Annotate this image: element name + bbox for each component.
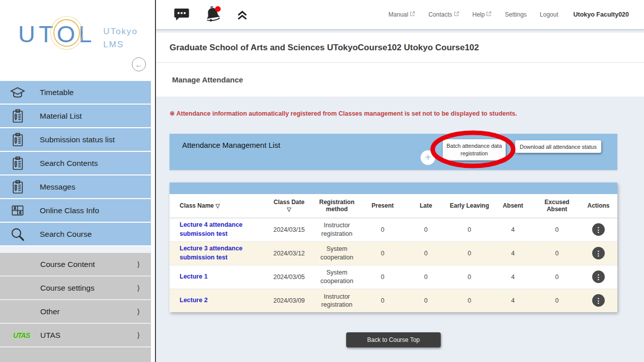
sidebar-item-utas[interactable]: UTASUTAS⟩ [0,324,151,347]
sidebar-item-search-contents[interactable]: Search Contents [0,152,151,175]
cell-present: 0 [361,241,405,265]
sidebar-item-search-course[interactable]: Search Course [0,223,151,246]
cell-absent: 4 [492,241,534,265]
column-header-early-leaving: Early Leaving [447,194,492,218]
column-header-excused-absent: Excused Absent [534,194,580,218]
course-title-bar: Graduate School of Arts and Sciences UTo… [156,33,644,63]
back-to-course-top-button[interactable]: Back to Course Top [346,332,441,347]
utol-logo-ring-o: O [57,22,79,46]
chevron-right-icon: ⟩ [137,284,140,293]
row-actions-kebab-button[interactable]: ⋮ [592,223,605,236]
sidebar-item-submission-status-list[interactable]: Submission status list [0,128,151,152]
sidebar-item-online-class-info[interactable]: Online Class Info [0,199,151,223]
topbar-link-help[interactable]: Help [472,11,492,18]
cell-class-name: Lecture 1 [170,265,265,289]
chevron-right-icon: ⟩ [137,307,140,316]
cell-late: 0 [405,289,447,312]
attendance-notice: ※ Attendance information automatically r… [170,110,644,117]
table-header-row: Class Name ▽Class Date▽Registration meth… [170,194,617,218]
sort-descending-icon[interactable]: ▽ [287,206,291,212]
topbar-icons [173,6,249,24]
row-actions-kebab-button[interactable]: ⋮ [592,270,605,283]
sidebar-item-label: Material List [40,112,82,121]
search-icon [9,225,27,243]
column-header-label: Excused Absent [544,199,569,213]
sidebar-item-label: Search Contents [40,159,98,168]
column-header-label: Present [371,202,393,209]
cell-actions: ⋮ [580,265,617,289]
page-title: Manage Attendance [172,75,243,84]
sidebar-content-gap [151,0,155,362]
cell-excused-absent: 0 [534,241,580,265]
panel-title: Attendance Management List [182,141,280,149]
download-all-button[interactable]: Download all attendance status [515,140,601,153]
column-header-label: Actions [587,202,609,209]
lecture-link[interactable]: Lecture 2 [180,296,208,305]
table-row: Lecture 22024/03/09Instructor registrati… [170,289,617,312]
topbar: ManualContactsHelpSettingsLogout Utokyo … [156,0,644,29]
table-body: Lecture 4 attendance submission test2024… [170,218,617,312]
add-attendance-button[interactable]: + [421,150,435,165]
lecture-link[interactable]: Lecture 4 attendance submission test [180,221,258,238]
clipboard-icon [9,154,27,172]
collapse-sidebar-button[interactable]: ← [132,57,146,71]
sort-descending-icon[interactable]: ▽ [215,203,219,209]
topbar-links: ManualContactsHelpSettingsLogout [388,11,558,18]
notification-bell-icon[interactable] [203,6,222,24]
cell-late: 0 [405,218,447,241]
page-title-bar: Manage Attendance [156,63,644,97]
cell-registration-method: System cooperation [313,265,361,289]
lecture-link[interactable]: Lecture 3 attendance submission test [180,244,258,262]
table-row: Lecture 12024/03/05System cooperation000… [170,265,617,289]
row-actions-kebab-button[interactable]: ⋮ [592,294,605,307]
topbar-link-logout[interactable]: Logout [540,11,558,18]
chevron-right-icon: ⟩ [137,260,140,269]
sidebar-item-label: Messages [40,183,75,192]
cell-registration-method: Instructor registration [313,289,361,312]
row-actions-kebab-button[interactable]: ⋮ [592,247,605,259]
collapse-topbar-icon[interactable] [235,8,249,22]
sidebar-item-label: Course Content [40,260,95,269]
sidebar-item-label: Search Course [40,230,92,239]
sidebar: UTOL UTokyoLMS ← TimetableMaterial ListS… [0,0,151,362]
column-header-label: Early Leaving [450,202,489,209]
topbar-link-settings[interactable]: Settings [505,11,526,18]
cell-actions: ⋮ [580,241,617,265]
sidebar-item-label: Other [40,307,60,316]
sidebar-secondary-nav: Course Content⟩Course settings⟩Other⟩UTA… [0,253,151,347]
sidebar-item-other[interactable]: Other⟩ [0,300,151,324]
sidebar-item-messages[interactable]: Messages [0,175,151,199]
utol-logo-text: UTOL [18,22,95,46]
sidebar-item-course-content[interactable]: Course Content⟩ [0,253,151,277]
sidebar-item-label: Course settings [40,284,95,293]
column-header-label: Class Date [274,199,304,206]
content-area: ※ Attendance information automatically r… [156,97,644,362]
column-header-class-name[interactable]: Class Name ▽ [170,194,265,218]
sidebar-item-timetable[interactable]: Timetable [0,81,151,105]
cell-class-date: 2024/03/12 [265,241,313,265]
column-header-label: Absent [503,202,523,209]
sidebar-item-course-settings[interactable]: Course settings⟩ [0,277,151,300]
cell-registration-method: Instructor registration [313,218,361,241]
sidebar-item-label: Timetable [40,88,73,97]
topbar-link-manual[interactable]: Manual [388,11,415,18]
cell-absent: 4 [492,289,534,312]
cell-absent: 4 [492,218,534,241]
left-arrow-icon: ← [135,60,143,69]
column-header-class-date[interactable]: Class Date▽ [265,194,313,218]
external-link-icon [454,11,459,17]
table-row: Lecture 3 attendance submission test2024… [170,241,617,265]
batch-registration-button[interactable]: Batch attendance data registration [443,139,506,160]
cell-class-name: Lecture 4 attendance submission test [170,218,265,241]
cell-excused-absent: 0 [534,218,580,241]
cell-present: 0 [361,289,405,312]
cell-actions: ⋮ [580,289,617,312]
chat-icon[interactable] [173,8,190,22]
utas-logo-icon: UTAS [13,331,30,339]
topbar-link-contacts[interactable]: Contacts [428,11,459,18]
cell-early-leaving: 0 [447,218,492,241]
cell-excused-absent: 0 [534,265,580,289]
lecture-link[interactable]: Lecture 1 [180,273,208,282]
sidebar-item-material-list[interactable]: Material List [0,105,151,128]
column-header-registration-method: Registration method [313,194,361,218]
